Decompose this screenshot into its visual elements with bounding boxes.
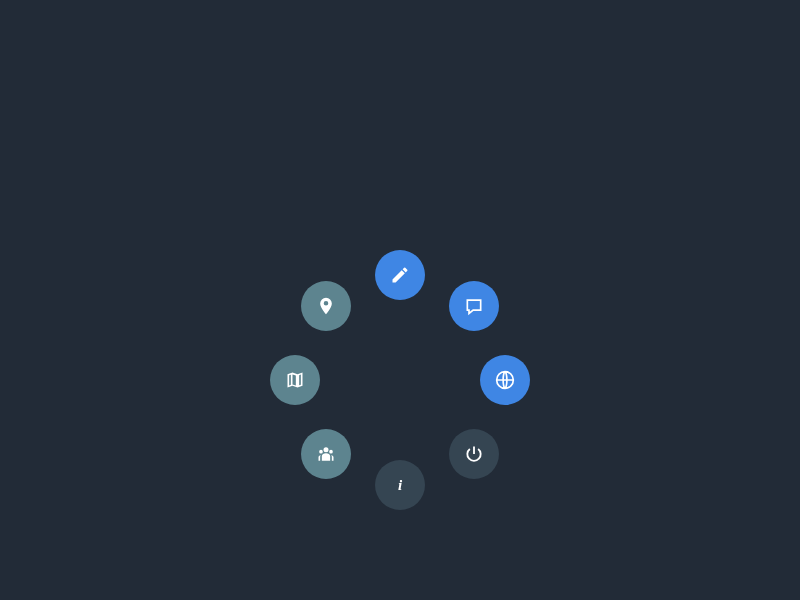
pencil-icon bbox=[390, 265, 410, 285]
power-icon bbox=[464, 444, 484, 464]
globe-icon bbox=[495, 370, 515, 390]
menu-item-globe[interactable] bbox=[480, 355, 530, 405]
marker-icon bbox=[316, 296, 336, 316]
map-icon bbox=[285, 370, 305, 390]
menu-item-marker[interactable] bbox=[301, 281, 351, 331]
menu-item-group[interactable] bbox=[301, 429, 351, 479]
menu-item-map[interactable] bbox=[270, 355, 320, 405]
svg-text:i: i bbox=[398, 477, 403, 493]
menu-item-power[interactable] bbox=[449, 429, 499, 479]
group-icon bbox=[316, 444, 336, 464]
menu-item-note[interactable] bbox=[449, 281, 499, 331]
info-icon: i bbox=[390, 475, 410, 495]
note-icon bbox=[464, 296, 484, 316]
menu-item-edit[interactable] bbox=[375, 250, 425, 300]
menu-item-info[interactable]: i bbox=[375, 460, 425, 510]
